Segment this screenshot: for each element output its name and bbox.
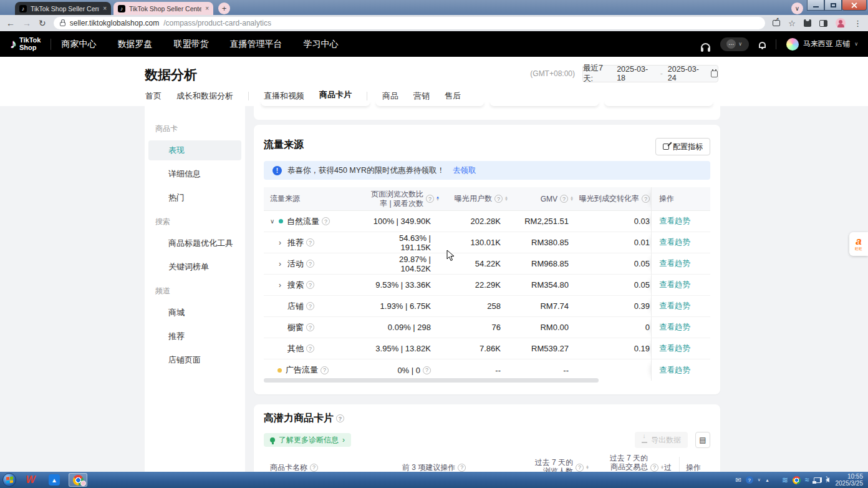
nav-item-live-management[interactable]: 直播管理平台 xyxy=(229,39,282,50)
help-icon[interactable]: ? xyxy=(322,217,330,225)
taskbar-chrome-button[interactable] xyxy=(69,473,87,487)
app-navbar: ♪ TikTokShop 商家中心 数据罗盘 联盟带货 直播管理平台 学习中心 … xyxy=(0,31,868,57)
nav-item-data-compass[interactable]: 数据罗盘 xyxy=(117,39,152,50)
store-switcher[interactable]: 马来西亚 店铺 ∨ xyxy=(786,38,858,51)
scrollbar-thumb[interactable] xyxy=(264,378,599,383)
view-trend-link[interactable]: 查看趋势 xyxy=(659,343,690,354)
side-panel-icon[interactable] xyxy=(819,20,827,27)
help-icon[interactable]: ? xyxy=(423,366,431,374)
nav-item-learning-center[interactable]: 学习中心 xyxy=(303,39,338,50)
tab-home[interactable]: 首页 xyxy=(145,90,162,107)
view-trend-link[interactable]: 查看趋势 xyxy=(659,322,690,333)
sort-icon[interactable]: ▲▼ xyxy=(436,197,440,201)
close-window-button[interactable] xyxy=(842,0,867,11)
view-trend-link[interactable]: 查看趋势 xyxy=(659,365,690,376)
taskbar-app-button[interactable]: ▲ xyxy=(45,473,64,487)
tab-growth-analytics[interactable]: 成长和数据分析 xyxy=(176,90,233,107)
chevron-right-icon[interactable]: › xyxy=(279,260,287,268)
sidebar-item-performance[interactable]: 表现 xyxy=(148,140,241,160)
sort-icon[interactable]: ▲▼ xyxy=(504,197,508,201)
help-icon[interactable]: ? xyxy=(306,238,314,246)
sidebar-item-title-optimizer[interactable]: 商品标题优化工具 xyxy=(148,233,241,253)
tiktok-shop-logo[interactable]: ♪ TikTokShop xyxy=(10,37,41,51)
tray-chrome-icon[interactable] xyxy=(793,476,801,484)
wangwang-float-badge[interactable]: a 旺旺 xyxy=(849,232,868,256)
sidebar-item-keyword-ranking[interactable]: 关键词榜单 xyxy=(148,257,241,277)
nav-item-affiliate[interactable]: 联盟带货 xyxy=(173,39,208,50)
taskbar-clock[interactable]: 10:55 2025/3/25 xyxy=(836,473,866,487)
section-title: 高潜力商品卡片 xyxy=(264,412,334,425)
start-button[interactable] xyxy=(2,473,16,487)
taskbar-wps-button[interactable]: W xyxy=(21,473,40,487)
horizontal-scrollbar[interactable] xyxy=(264,378,710,383)
help-icon[interactable]: ? xyxy=(576,464,584,472)
help-icon[interactable]: ? xyxy=(310,464,318,472)
maximize-button[interactable] xyxy=(824,0,842,11)
help-icon[interactable]: ? xyxy=(642,195,650,203)
date-preset-label: 最近7天: xyxy=(583,63,612,84)
tray-cloud-icon[interactable]: ≋ xyxy=(782,476,788,484)
sidebar-item-shop-page[interactable]: 店铺页面 xyxy=(148,350,241,370)
browser-tab-1[interactable]: ♪ TikTok Shop Seller Center | Cr × xyxy=(15,2,111,15)
help-icon[interactable]: ? xyxy=(306,260,314,268)
share-icon[interactable] xyxy=(773,20,780,26)
help-icon[interactable]: ? xyxy=(321,366,329,374)
tray-expand-icon[interactable]: ▲ xyxy=(765,478,769,482)
notifications-bell-icon[interactable] xyxy=(759,42,766,48)
help-icon[interactable]: ? xyxy=(306,323,314,331)
date-range-picker[interactable]: 最近7天: 2025-03-18 - 2025-03-24 xyxy=(582,65,718,82)
help-icon[interactable]: ? xyxy=(306,344,314,353)
tray-sync-icon[interactable]: ≈ xyxy=(805,476,809,484)
help-icon[interactable]: ? xyxy=(560,195,568,203)
help-icon[interactable]: ? xyxy=(458,464,466,472)
forward-button[interactable]: → xyxy=(22,18,31,28)
view-trend-link[interactable]: 查看趋势 xyxy=(659,258,690,269)
tray-chevron-icon[interactable]: ∨ xyxy=(758,477,761,482)
help-icon[interactable]: ? xyxy=(306,302,314,310)
view-trend-link[interactable]: 查看趋势 xyxy=(659,280,690,290)
view-trend-link[interactable]: 查看趋势 xyxy=(659,301,690,311)
report-button[interactable]: ▤ xyxy=(695,432,710,448)
tray-help-icon[interactable]: ? xyxy=(746,476,753,484)
configure-metrics-button[interactable]: 配置指标 xyxy=(655,138,710,155)
back-button[interactable]: ← xyxy=(6,18,15,28)
tray-envelope-icon[interactable]: ✉ xyxy=(736,476,741,484)
extensions-puzzle-icon[interactable] xyxy=(804,19,811,27)
export-data-button[interactable]: 导出数据 xyxy=(635,432,688,448)
browser-menu-icon[interactable]: ⋮ xyxy=(854,19,862,28)
close-tab-icon[interactable]: × xyxy=(103,5,107,12)
speaker-icon[interactable] xyxy=(826,477,829,482)
diagnosis-link[interactable]: 了解更多诊断信息 › xyxy=(264,433,351,447)
sidebar-item-details[interactable]: 详细信息 xyxy=(148,164,241,184)
view-trend-link[interactable]: 查看趋势 xyxy=(659,237,690,248)
help-icon[interactable]: ? xyxy=(336,414,344,422)
chevron-down-icon[interactable]: ∨ xyxy=(270,218,279,225)
sort-icon[interactable]: ▲▼ xyxy=(570,197,574,201)
tab-search-button[interactable]: ∨ xyxy=(791,2,803,14)
claim-coupon-link[interactable]: 去领取 xyxy=(453,165,476,176)
help-icon[interactable]: ? xyxy=(494,195,503,203)
help-icon[interactable]: ? xyxy=(306,281,314,289)
sidebar-item-trending[interactable]: 热门 xyxy=(148,188,241,208)
reload-button[interactable]: ↻ xyxy=(39,18,46,28)
support-headset-icon[interactable] xyxy=(701,43,710,49)
url-bar[interactable]: seller.tiktokglobalshop.com/compass/prod… xyxy=(54,17,766,29)
chevron-down-icon: ∨ xyxy=(738,41,742,47)
minimize-button[interactable] xyxy=(807,0,824,11)
view-trend-link[interactable]: 查看趋势 xyxy=(659,216,690,227)
browser-tab-2[interactable]: ♪ TikTok Shop Seller Center | Cr × xyxy=(113,2,213,15)
chat-button[interactable]: ⋯ ∨ xyxy=(720,37,749,51)
sidebar-item-recommend[interactable]: 推荐 xyxy=(148,326,241,346)
close-tab-icon[interactable]: × xyxy=(205,5,209,12)
profile-avatar[interactable] xyxy=(836,18,846,28)
chevron-right-icon[interactable]: › xyxy=(279,238,287,247)
divider xyxy=(51,39,51,50)
help-icon[interactable]: ? xyxy=(426,195,434,203)
new-tab-button[interactable]: + xyxy=(218,2,230,14)
help-icon[interactable]: ? xyxy=(650,464,658,472)
nav-item-seller-center[interactable]: 商家中心 xyxy=(61,39,96,50)
bookmark-star-icon[interactable]: ☆ xyxy=(788,19,796,28)
sidebar-item-mall[interactable]: 商城 xyxy=(148,303,241,323)
app-nav-items: 商家中心 数据罗盘 联盟带货 直播管理平台 学习中心 xyxy=(61,39,338,50)
chevron-right-icon[interactable]: › xyxy=(279,281,287,290)
